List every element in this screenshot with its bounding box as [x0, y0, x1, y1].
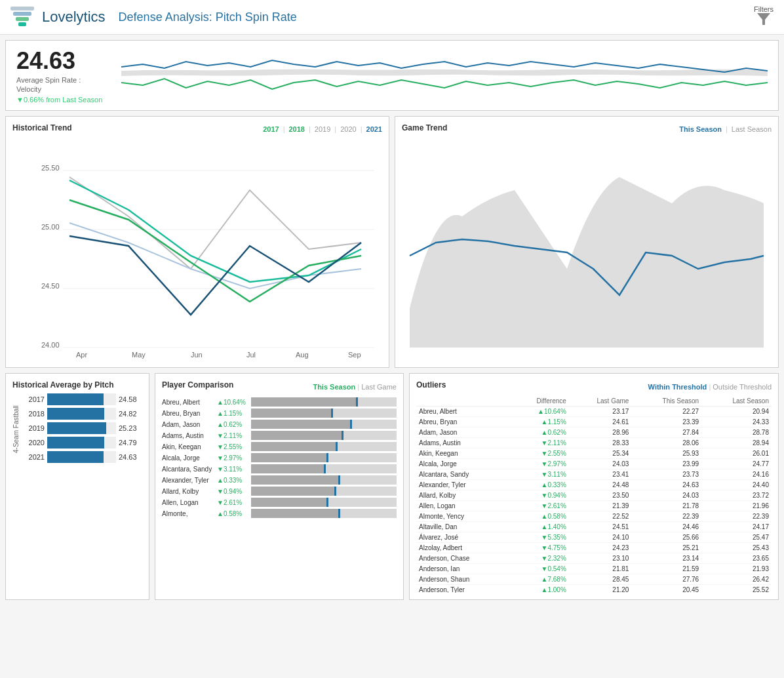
year-2017[interactable]: 2017	[263, 125, 279, 133]
cell-last-season: 24.77	[701, 459, 772, 469]
list-item: Allard, Kolby ▼0.94%	[162, 487, 397, 496]
svg-text:Aug: Aug	[296, 351, 309, 359]
cell-diff: ▲1.00%	[510, 585, 569, 593]
hist-avg-title: Historical Average by Pitch	[12, 380, 142, 389]
within-threshold-toggle[interactable]: Within Threshold	[648, 383, 707, 391]
list-item: Adam, Jason ▲0.62%	[162, 420, 397, 429]
this-season-toggle[interactable]: This Season	[679, 125, 722, 133]
list-item: Allen, Logan ▼2.61%	[162, 498, 397, 507]
game-trend-chart	[402, 138, 772, 361]
outside-threshold-toggle[interactable]: Outside Threshold	[713, 383, 772, 391]
cell-this-season: 27.84	[631, 428, 701, 438]
last-season-toggle[interactable]: Last Season	[732, 125, 772, 133]
col-last-season: Last Season	[701, 396, 772, 407]
year-2021[interactable]: 2021	[366, 125, 382, 133]
cell-this-season: 23.14	[631, 553, 701, 564]
cell-last-season: 28.78	[701, 428, 772, 438]
col-name	[416, 396, 510, 407]
table-row: Altaville, Dan ▲1.40% 24.51 24.46 24.17	[416, 522, 772, 532]
outliers-table-scroll[interactable]: Difference Last Game This Season Last Se…	[416, 396, 772, 593]
cell-last-season: 23.72	[701, 490, 772, 501]
kpi-change: ▼0.66% from Last Season	[16, 96, 121, 104]
cell-last-game: 21.20	[569, 585, 632, 593]
table-row: Anderson, Shaun ▲7.68% 28.45 27.76 26.42	[416, 574, 772, 585]
cell-last-season: 25.43	[701, 543, 772, 553]
cell-diff: ▼0.54%	[510, 564, 569, 574]
cell-diff: ▲1.40%	[510, 522, 569, 532]
cell-diff: ▼3.11%	[510, 469, 569, 480]
year-2018[interactable]: 2018	[288, 125, 304, 133]
cell-last-game: 24.23	[569, 543, 632, 553]
table-row: Álvarez, José ▼5.35% 24.10 25.66 25.47	[416, 532, 772, 543]
svg-text:25.00: 25.00	[41, 223, 60, 231]
cell-diff: ▼2.32%	[510, 553, 569, 564]
col-difference: Difference	[510, 396, 569, 407]
cell-name: Allard, Kolby	[416, 490, 510, 501]
list-item: Alexander, Tyler ▲0.33%	[162, 475, 397, 485]
cell-diff: ▲10.64%	[510, 407, 569, 417]
year-2019[interactable]: 2019	[315, 125, 330, 133]
filters-button[interactable]: Filters	[754, 5, 774, 25]
cell-last-game: 24.10	[569, 532, 632, 543]
cell-this-season: 21.78	[631, 501, 701, 511]
bar-fill-2018	[47, 408, 104, 420]
kpi-card: 24.63 Average Spin Rate : Velocity ▼0.66…	[5, 40, 779, 111]
outliers-table-body: Abreu, Albert ▲10.64% 23.17 22.27 20.94 …	[416, 407, 772, 593]
bottom-row: Historical Average by Pitch 4-Seam Fastb…	[5, 373, 779, 600]
charts-row: Historical Trend 2017 | 2018 | 2019 | 20…	[5, 116, 779, 368]
player-comparison-header: Player Comparison This Season | Last Gam…	[162, 380, 397, 393]
cell-diff: ▼2.97%	[510, 459, 569, 469]
cell-last-season: 26.42	[701, 574, 772, 585]
hist-avg-content: 4-Seam Fastball 2017 24.58 2018 24.82	[12, 393, 142, 466]
cell-name: Abreu, Bryan	[416, 417, 510, 428]
game-trend-title: Game Trend	[402, 123, 447, 132]
cell-this-season: 25.93	[631, 449, 701, 459]
cell-this-season: 27.76	[631, 574, 701, 585]
outliers-legend: Within Threshold | Outside Threshold	[648, 383, 772, 391]
svg-rect-0	[10, 7, 34, 10]
cell-last-season: 20.94	[701, 407, 772, 417]
cell-last-season: 24.40	[701, 480, 772, 490]
pc-last-game-toggle[interactable]: Last Game	[361, 383, 397, 391]
year-2020[interactable]: 2020	[340, 125, 356, 133]
table-row: Anderson, Chase ▼2.32% 23.10 23.14 23.65	[416, 553, 772, 564]
cell-last-game: 25.34	[569, 449, 632, 459]
cell-last-season: 24.17	[701, 522, 772, 532]
svg-rect-1	[13, 12, 31, 16]
cell-this-season: 25.66	[631, 532, 701, 543]
pc-this-season-toggle[interactable]: This Season	[313, 383, 355, 391]
cell-this-season: 20.45	[631, 585, 701, 593]
logo-text: Lovelytics	[42, 9, 106, 26]
cell-name: Anderson, Shaun	[416, 574, 510, 585]
list-item: Abreu, Bryan ▲1.15%	[162, 409, 397, 418]
cell-diff: ▲0.33%	[510, 480, 569, 490]
historical-trend-title: Historical Trend	[12, 123, 72, 132]
cell-last-game: 28.33	[569, 438, 632, 449]
bar-fill-2020	[47, 437, 104, 449]
cell-last-season: 26.01	[701, 449, 772, 459]
cell-name: Allen, Logan	[416, 501, 510, 511]
player-comparison-title: Player Comparison	[162, 380, 233, 389]
cell-last-game: 23.17	[569, 407, 632, 417]
list-item: Alcantara, Sandy ▼3.11%	[162, 464, 397, 473]
cell-last-season: 22.39	[701, 511, 772, 522]
cell-diff: ▲7.68%	[510, 574, 569, 585]
kpi-sparkline-chart	[121, 52, 768, 98]
bar-row-2021: 2021 24.63	[24, 451, 142, 463]
cell-diff: ▼4.75%	[510, 543, 569, 553]
cell-last-game: 28.96	[569, 428, 632, 438]
cell-last-game: 23.41	[569, 469, 632, 480]
player-comparison-list[interactable]: Abreu, Albert ▲10.64% Abreu, Bryan ▲1.15…	[162, 397, 397, 520]
svg-rect-2	[16, 17, 29, 21]
cell-last-game: 28.45	[569, 574, 632, 585]
cell-this-season: 24.63	[631, 480, 701, 490]
cell-last-season: 21.93	[701, 564, 772, 574]
historical-trend-chart: 25.50 25.00 24.50 24.00 Apr May Jun Jul …	[12, 138, 382, 361]
svg-text:May: May	[132, 351, 146, 359]
cell-last-game: 24.48	[569, 480, 632, 490]
cell-last-season: 25.47	[701, 532, 772, 543]
table-header-row: Difference Last Game This Season Last Se…	[416, 396, 772, 407]
svg-text:Jun: Jun	[191, 351, 203, 359]
svg-text:Apr: Apr	[76, 351, 87, 359]
kpi-left: 24.63 Average Spin Rate : Velocity ▼0.66…	[16, 47, 121, 104]
